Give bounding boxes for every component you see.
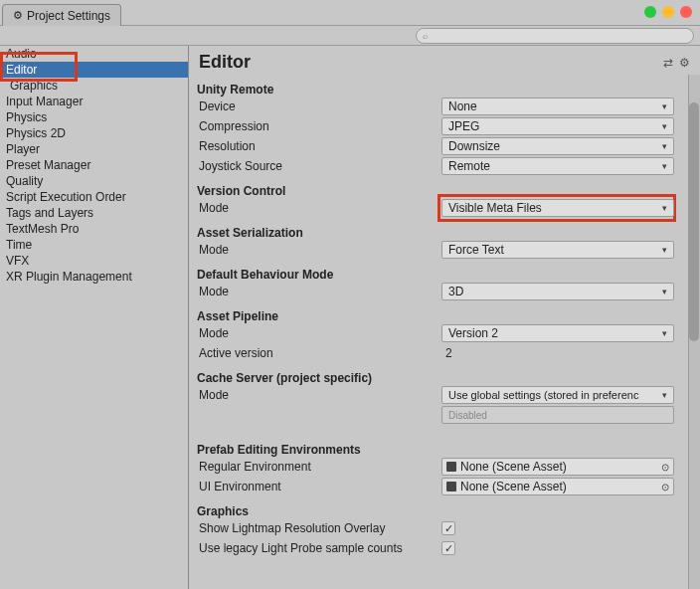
page-title: Editor (199, 52, 663, 73)
label-ap-active: Active version (195, 346, 441, 360)
sidebar-item-textmesh-pro[interactable]: TextMesh Pro (0, 221, 188, 237)
checkbox-lightmap[interactable]: ✓ (441, 521, 455, 535)
sidebar-item-audio[interactable]: Audio (0, 46, 188, 62)
sidebar-item-quality[interactable]: Quality (0, 173, 188, 189)
window-tab[interactable]: ⚙ Project Settings (2, 4, 121, 26)
sidebar-item-vfx[interactable]: VFX (0, 253, 188, 269)
section-cache-server: Cache Server (project specific) (195, 371, 674, 385)
sidebar-item-graphics[interactable]: Graphics (0, 78, 188, 94)
sidebar-item-editor[interactable]: Editor (0, 62, 188, 78)
minimize-button[interactable] (644, 6, 656, 18)
sidebar-item-tags-and-layers[interactable]: Tags and Layers (0, 205, 188, 221)
section-default-behaviour: Default Behaviour Mode (195, 268, 674, 282)
section-graphics: Graphics (195, 504, 674, 518)
objectfield-prefab-regular[interactable]: None (Scene Asset) (441, 458, 674, 476)
label-vc-mode: Mode (195, 201, 441, 215)
label-prefab-ui: UI Environment (195, 480, 441, 493)
dropdown-resolution[interactable]: Downsize (441, 137, 674, 155)
sidebar-item-physics-2d[interactable]: Physics 2D (0, 125, 188, 141)
label-device: Device (195, 99, 441, 113)
label-joystick: Joystick Source (195, 159, 441, 173)
dropdown-joystick[interactable]: Remote (441, 157, 674, 175)
dropdown-ap-mode[interactable]: Version 2 (441, 324, 674, 342)
dropdown-as-mode[interactable]: Force Text (441, 241, 674, 259)
preset-icon[interactable]: ⇄ (663, 56, 673, 70)
section-unity-remote: Unity Remote (195, 83, 674, 97)
scrollbar[interactable] (688, 75, 700, 589)
dropdown-cs-disabled: Disabled (441, 406, 674, 424)
search-input[interactable]: ⌕ (416, 28, 694, 44)
label-db-mode: Mode (195, 285, 441, 298)
close-button[interactable] (680, 6, 692, 18)
dropdown-device[interactable]: None (441, 98, 674, 115)
label-ap-mode: Mode (195, 326, 441, 340)
sidebar-item-script-execution-order[interactable]: Script Execution Order (0, 189, 188, 205)
gear-icon[interactable]: ⚙ (679, 56, 690, 70)
unity-icon (446, 462, 456, 472)
label-legacy-probe: Use legacy Light Probe sample counts (195, 541, 441, 555)
dropdown-compression[interactable]: JPEG (441, 117, 674, 135)
dropdown-db-mode[interactable]: 3D (441, 283, 674, 300)
sidebar-item-preset-manager[interactable]: Preset Manager (0, 157, 188, 173)
search-icon: ⌕ (423, 31, 428, 41)
label-resolution: Resolution (195, 139, 441, 153)
titlebar: ⚙ Project Settings (0, 0, 700, 26)
dropdown-vc-mode[interactable]: Visible Meta Files (441, 199, 674, 217)
section-asset-serialization: Asset Serialization (195, 226, 674, 240)
section-prefab: Prefab Editing Environments (195, 443, 674, 457)
label-compression: Compression (195, 119, 441, 133)
search-row: ⌕ (0, 26, 700, 46)
label-as-mode: Mode (195, 243, 441, 257)
section-version-control: Version Control (195, 184, 674, 198)
objectfield-prefab-ui[interactable]: None (Scene Asset) (441, 478, 674, 495)
sidebar-item-xr-plugin-management[interactable]: XR Plugin Management (0, 269, 188, 285)
unity-icon (446, 482, 456, 491)
window-title: Project Settings (27, 9, 110, 23)
scroll-area: Unity Remote Device None Compression JPE… (189, 75, 700, 589)
sidebar-item-physics[interactable]: Physics (0, 109, 188, 125)
maximize-button[interactable] (662, 6, 674, 18)
sidebar: Audio Editor Graphics Input Manager Phys… (0, 46, 189, 589)
sidebar-item-time[interactable]: Time (0, 237, 188, 253)
checkbox-legacy-probe[interactable]: ✓ (441, 541, 455, 555)
dropdown-cs-mode[interactable]: Use global settings (stored in preferenc (441, 386, 674, 404)
window-controls (644, 6, 692, 18)
label-cs-mode: Mode (195, 388, 441, 402)
label-prefab-regular: Regular Environment (195, 460, 441, 474)
label-lightmap: Show Lightmap Resolution Overlay (195, 521, 441, 535)
sidebar-item-player[interactable]: Player (0, 141, 188, 157)
section-asset-pipeline: Asset Pipeline (195, 309, 674, 323)
content-pane: Editor ⇄ ⚙ Unity Remote Device None Comp… (189, 46, 700, 589)
value-ap-active: 2 (441, 346, 674, 360)
sidebar-item-input-manager[interactable]: Input Manager (0, 94, 188, 109)
scrollbar-thumb[interactable] (689, 102, 699, 341)
gear-icon: ⚙ (13, 9, 23, 22)
